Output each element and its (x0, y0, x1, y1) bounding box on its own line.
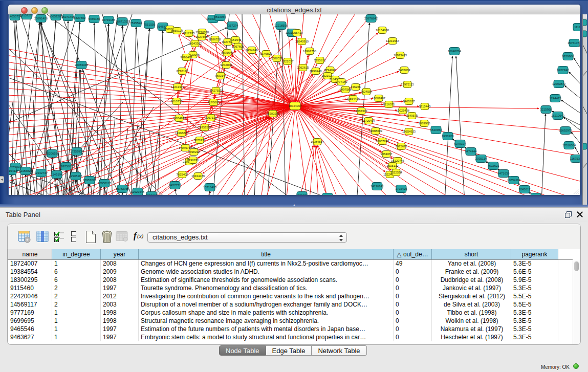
svg-text:8990448: 8990448 (310, 70, 322, 73)
svg-text:9242843: 9242843 (221, 63, 233, 67)
svg-text:2367608: 2367608 (232, 45, 245, 48)
svg-text:21564436: 21564436 (346, 97, 360, 100)
svg-text:14353594: 14353594 (198, 126, 212, 129)
svg-text:10154808: 10154808 (376, 29, 389, 32)
svg-text:1527602: 1527602 (74, 16, 86, 19)
svg-text:10653287: 10653287 (49, 15, 62, 18)
svg-text:20053346: 20053346 (75, 63, 89, 67)
svg-text:10543362: 10543362 (188, 42, 202, 45)
svg-text:15751074: 15751074 (568, 41, 580, 45)
svg-text:8427552: 8427552 (210, 89, 222, 92)
svg-text:9457771: 9457771 (169, 184, 181, 187)
svg-text:2935114: 2935114 (475, 157, 487, 160)
svg-text:12923448: 12923448 (131, 190, 145, 193)
svg-text:18807249: 18807249 (376, 140, 389, 143)
svg-text:12156829: 12156829 (19, 169, 32, 172)
svg-text:9315440: 9315440 (419, 105, 431, 108)
svg-text:9146821: 9146821 (260, 52, 272, 55)
svg-text:10973493: 10973493 (394, 54, 407, 57)
svg-text:7632621: 7632621 (488, 164, 499, 167)
svg-text:12218506: 12218506 (274, 24, 288, 27)
svg-text:10025438: 10025438 (396, 109, 410, 112)
svg-text:7386372: 7386372 (356, 110, 367, 113)
svg-text:16782759: 16782759 (116, 187, 129, 190)
svg-text:7625402: 7625402 (177, 173, 188, 176)
svg-text:19157271: 19157271 (20, 14, 33, 17)
svg-text:12905115: 12905115 (69, 174, 82, 178)
svg-text:16914479: 16914479 (191, 174, 205, 178)
svg-text:1498222: 1498222 (188, 150, 200, 154)
svg-text:15692971: 15692971 (559, 129, 572, 132)
svg-text:6497568: 6497568 (340, 88, 352, 91)
svg-text:8186328: 8186328 (209, 38, 222, 41)
svg-text:12213967: 12213967 (386, 39, 399, 42)
svg-text:1615132: 1615132 (387, 164, 399, 167)
svg-text:17957225: 17957225 (83, 179, 97, 182)
svg-text:15716485: 15716485 (203, 186, 217, 189)
svg-text:3215958: 3215958 (540, 108, 553, 111)
svg-text:12213319: 12213319 (171, 85, 184, 89)
svg-text:12342737: 12342737 (34, 171, 48, 174)
svg-text:9327503: 9327503 (196, 35, 208, 38)
svg-text:1610755: 1610755 (171, 100, 183, 103)
svg-text:8878332: 8878332 (194, 139, 206, 142)
svg-text:18640910: 18640910 (295, 40, 309, 43)
svg-text:9384067: 9384067 (381, 152, 393, 156)
svg-text:8938928: 8938928 (442, 135, 454, 138)
svg-text:16371405: 16371405 (61, 15, 75, 18)
svg-text:18724007: 18724007 (288, 104, 301, 107)
svg-text:10807487: 10807487 (372, 97, 385, 100)
svg-text:8660124: 8660124 (171, 29, 184, 32)
svg-text:746266: 746266 (351, 85, 361, 89)
svg-text:1145194: 1145194 (51, 173, 63, 176)
svg-text:7975692: 7975692 (396, 145, 407, 148)
svg-text:19384554: 19384554 (311, 140, 324, 143)
svg-text:1549575: 1549575 (406, 114, 419, 117)
svg-text:3624554: 3624554 (361, 90, 373, 93)
svg-text:7955812: 7955812 (314, 59, 326, 62)
svg-text:9227342: 9227342 (557, 69, 569, 72)
svg-text:10688609: 10688609 (369, 129, 382, 133)
svg-text:16671355: 16671355 (116, 20, 129, 23)
svg-text:6794028: 6794028 (324, 69, 337, 72)
svg-text:3267130: 3267130 (205, 116, 217, 119)
svg-text:7357274: 7357274 (227, 24, 239, 27)
svg-text:9474444: 9474444 (465, 150, 477, 153)
svg-text:1362615: 1362615 (297, 66, 310, 69)
svg-text:17359934: 17359934 (70, 150, 84, 153)
svg-text:9777169: 9777169 (336, 80, 347, 83)
svg-text:20206556: 20206556 (46, 152, 59, 155)
svg-text:2190331: 2190331 (187, 159, 199, 162)
svg-text:17016504: 17016504 (562, 144, 576, 147)
svg-text:12093872: 12093872 (552, 82, 565, 85)
svg-text:9329966: 9329966 (562, 55, 575, 58)
svg-text:15720407: 15720407 (362, 119, 375, 122)
svg-text:19166825: 19166825 (175, 132, 189, 135)
svg-text:20876842: 20876842 (364, 17, 378, 20)
svg-text:8471636: 8471636 (498, 172, 510, 175)
svg-text:3915412: 3915412 (9, 169, 17, 172)
svg-text:11174: 11174 (574, 26, 580, 29)
svg-text:8912935: 8912935 (183, 32, 195, 35)
svg-text:10961758: 10961758 (303, 50, 317, 53)
svg-text:1640954: 1640954 (430, 128, 443, 132)
svg-text:1244415: 1244415 (550, 97, 562, 100)
svg-text:8322037: 8322037 (282, 60, 294, 63)
svg-text:12975115: 12975115 (401, 83, 414, 86)
svg-text:10654112: 10654112 (507, 179, 520, 182)
svg-text:9896473: 9896473 (181, 56, 193, 59)
svg-text:10719185: 10719185 (102, 18, 116, 21)
svg-text:7151546: 7151546 (230, 38, 242, 41)
svg-text:7515524: 7515524 (130, 21, 143, 25)
svg-text:16120746: 16120746 (391, 159, 405, 162)
svg-text:2718170: 2718170 (177, 70, 189, 73)
svg-text:14136141: 14136141 (371, 185, 384, 188)
svg-text:6466160: 6466160 (89, 17, 101, 20)
svg-text:8813054: 8813054 (214, 15, 227, 18)
svg-text:4170062: 4170062 (208, 101, 220, 104)
svg-text:7551556: 7551556 (144, 23, 156, 26)
svg-text:9463627: 9463627 (403, 100, 415, 103)
svg-text:16648784: 16648784 (448, 50, 462, 53)
svg-text:9350667: 9350667 (146, 194, 158, 195)
svg-text:7803144: 7803144 (215, 74, 227, 77)
